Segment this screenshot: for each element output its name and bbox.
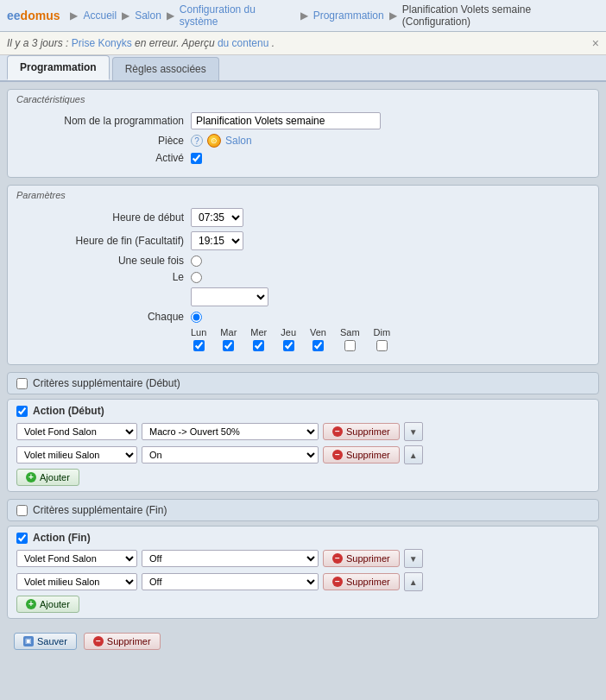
help-icon[interactable]: ? <box>191 135 203 147</box>
active-checkbox[interactable] <box>191 153 202 164</box>
breadcrumb-sep2: ▶ <box>167 9 174 22</box>
bottom-bar: ▣ Sauver − Supprimer <box>7 626 599 657</box>
day-mer-check[interactable] <box>253 340 264 351</box>
action-debut-device1[interactable]: Volet Fond Salon <box>16 423 137 440</box>
day-sam-check[interactable] <box>344 340 356 351</box>
criteria-debut-header[interactable]: Critères supplémentaire (Début) <box>7 372 599 394</box>
notif-link1[interactable]: Prise Konyks <box>72 37 132 49</box>
action-debut-down1[interactable]: ▼ <box>404 422 423 441</box>
action-fin-device1[interactable]: Volet Fond Salon <box>16 550 137 567</box>
day-sam: Sam <box>340 327 360 351</box>
le-dropdown[interactable] <box>191 287 268 306</box>
day-ven: Ven <box>310 327 326 351</box>
action-debut-delete2[interactable]: − Supprimer <box>323 446 400 464</box>
row-le: Le <box>18 271 588 283</box>
nom-input[interactable] <box>191 112 381 129</box>
start-select[interactable]: 07:35 <box>191 208 243 227</box>
action-fin-action2[interactable]: Off <box>142 573 319 590</box>
topbar: eedomus ▶ Accueil ▶ Salon ▶ Configuratio… <box>0 0 606 32</box>
action-fin-down1[interactable]: ▼ <box>404 549 423 568</box>
chaque-radio[interactable] <box>191 312 202 323</box>
day-mar-label: Mar <box>220 327 237 337</box>
action-debut-row1: Volet Fond Salon Macro -> Ouvert 50% − S… <box>16 422 590 441</box>
day-ven-check[interactable] <box>312 340 324 351</box>
criteria-fin-label: Critères supplémentaire (Fin) <box>33 504 167 516</box>
minus-icon1: − <box>332 426 343 437</box>
once-label: Une seule fois <box>18 255 191 267</box>
breadcrumb-config[interactable]: Configuration du système <box>180 3 295 28</box>
minus-icon2: − <box>332 450 343 460</box>
day-lun: Lun <box>191 327 206 351</box>
action-fin-panel: Action (Fin) Volet Fond Salon Off − Supp… <box>7 526 599 619</box>
room-link[interactable]: Salon <box>225 135 252 147</box>
start-label: Heure de début <box>18 211 191 224</box>
day-ven-label: Ven <box>310 327 326 337</box>
piece-label: Pièce <box>18 135 191 147</box>
caracteristiques-title: Caractéristiques <box>8 90 598 107</box>
row-start: Heure de début 07:35 <box>18 208 588 227</box>
notification-close[interactable]: × <box>592 36 599 50</box>
delete-button[interactable]: − Supprimer <box>84 633 161 650</box>
action-fin-add[interactable]: + Ajouter <box>16 596 79 613</box>
day-dim-label: Dim <box>374 327 391 337</box>
le-radio[interactable] <box>191 272 202 283</box>
main-content: Caractéristiques Nom de la programmation… <box>0 82 606 664</box>
tab-regles[interactable]: Règles associées <box>112 57 219 80</box>
day-jeu-check[interactable] <box>283 340 294 351</box>
action-fin-delete1[interactable]: − Supprimer <box>323 550 400 567</box>
day-dim-check[interactable] <box>376 340 388 351</box>
end-select[interactable]: 19:15 <box>191 231 243 250</box>
once-radio[interactable] <box>191 255 202 267</box>
action-debut-up2[interactable]: ▲ <box>404 445 423 464</box>
row-active: Activé <box>18 152 588 164</box>
action-fin-row1: Volet Fond Salon Off − Supprimer ▼ <box>16 549 590 568</box>
action-debut-delete1[interactable]: − Supprimer <box>323 423 400 440</box>
plus-icon-fin: + <box>26 599 36 609</box>
day-mer-label: Mer <box>250 327 267 337</box>
notification-bar: Il y a 3 jours : Prise Konyks en erreur.… <box>0 32 606 55</box>
day-mar: Mar <box>220 327 237 351</box>
action-fin-add-row: + Ajouter <box>16 596 590 613</box>
day-jeu: Jeu <box>281 327 296 351</box>
action-fin-header: Action (Fin) <box>16 532 590 544</box>
day-lun-check[interactable] <box>193 340 205 351</box>
row-nom: Nom de la programmation <box>18 112 588 129</box>
tab-bar: Programmation Règles associées <box>0 55 606 82</box>
action-debut-panel: Action (Début) Volet Fond Salon Macro ->… <box>7 399 599 492</box>
criteria-fin-checkbox[interactable] <box>16 505 28 516</box>
action-debut-device2[interactable]: Volet milieu Salon <box>16 446 137 464</box>
action-debut-action2[interactable]: On <box>142 446 319 464</box>
action-debut-action1[interactable]: Macro -> Ouvert 50% <box>142 423 319 440</box>
day-lun-label: Lun <box>191 327 206 337</box>
action-debut-add[interactable]: + Ajouter <box>16 469 79 486</box>
row-days-header: Lun Mar Mer Jeu <box>18 327 588 351</box>
save-button[interactable]: ▣ Sauver <box>14 633 77 650</box>
notif-link2[interactable]: du contenu <box>218 37 268 49</box>
row-le-select <box>18 287 588 306</box>
nom-label: Nom de la programmation <box>18 115 191 127</box>
day-dim: Dim <box>374 327 391 351</box>
row-piece: Pièce ? ⊙ Salon <box>18 134 588 148</box>
day-mar-check[interactable] <box>223 340 234 351</box>
breadcrumb-sep4: ▶ <box>389 9 397 22</box>
criteria-debut-checkbox[interactable] <box>16 378 28 389</box>
parametres-title: Paramètres <box>8 186 598 203</box>
disk-icon: ▣ <box>23 636 34 646</box>
criteria-fin-header[interactable]: Critères supplémentaire (Fin) <box>7 499 599 521</box>
breadcrumb-salon[interactable]: Salon <box>135 9 161 22</box>
logo: eedomus <box>7 9 60 22</box>
breadcrumb-sep1: ▶ <box>122 9 129 22</box>
action-fin-delete2[interactable]: − Supprimer <box>323 573 400 590</box>
action-fin-checkbox[interactable] <box>16 533 28 544</box>
day-jeu-label: Jeu <box>281 327 296 337</box>
action-fin-up2[interactable]: ▲ <box>404 572 423 591</box>
breadcrumb-accueil[interactable]: Accueil <box>83 9 117 22</box>
action-fin-device2[interactable]: Volet milieu Salon <box>16 573 137 590</box>
plus-icon-debut: + <box>26 472 36 482</box>
action-debut-checkbox[interactable] <box>16 406 28 417</box>
breadcrumb-prog[interactable]: Programmation <box>313 9 384 22</box>
action-fin-action1[interactable]: Off <box>142 550 319 567</box>
criteria-debut-label: Critères supplémentaire (Début) <box>33 377 180 389</box>
chaque-label: Chaque <box>18 311 191 323</box>
tab-programmation[interactable]: Programmation <box>7 55 110 80</box>
